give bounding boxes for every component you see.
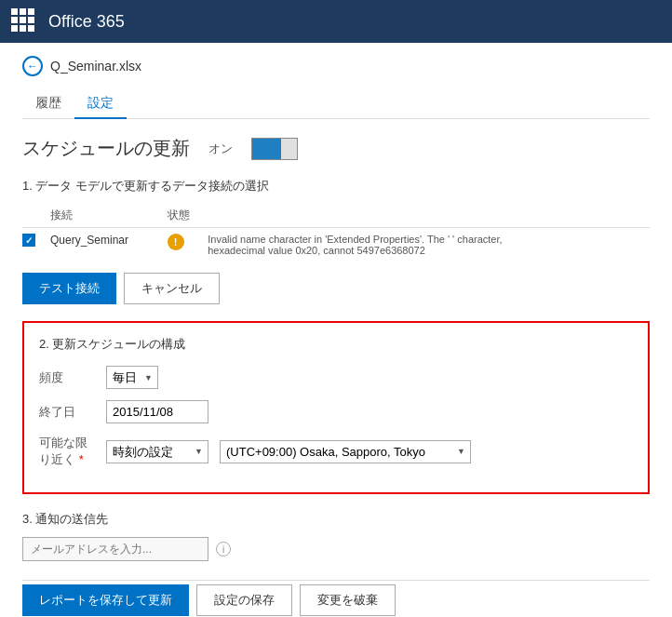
col-error (208, 204, 650, 228)
warning-icon: ! (168, 234, 184, 250)
end-date-label: 終了日 (39, 404, 95, 421)
step3-label: 3. 通知の送信先 (22, 511, 650, 528)
tab-history[interactable]: 履歴 (22, 89, 74, 119)
row-connection-name: Query_Seminar (50, 228, 168, 262)
step1-label: 1. データ モデルで更新するデータ接続の選択 (22, 178, 650, 194)
info-icon[interactable]: i (216, 542, 231, 557)
tabs-nav: 履歴 設定 (22, 89, 650, 119)
breadcrumb: ← Q_Seminar.xlsx (22, 56, 650, 76)
time-row: 可能な限り近く * 時刻の設定 (UTC+09:00) Osaka, Sappo… (39, 435, 633, 468)
row-status-cell: ! (168, 228, 208, 262)
step1-container: 1. データ モデルで更新するデータ接続の選択 接続 状態 Query_Semi… (22, 178, 650, 304)
col-check (22, 204, 50, 228)
time-label: 可能な限り近く * (39, 435, 95, 468)
checkbox-query-seminar[interactable] (22, 234, 35, 247)
discard-button[interactable]: 変更を破棄 (300, 584, 396, 616)
toggle-label: オン (208, 141, 233, 157)
frequency-select-wrapper[interactable]: 毎日 毎週 毎月 (106, 366, 158, 389)
col-connection: 接続 (50, 204, 168, 228)
file-name: Q_Seminar.xlsx (50, 59, 141, 74)
step2-container: 2. 更新スケジュールの構成 頻度 毎日 毎週 毎月 終了日 2015/11/0… (22, 321, 650, 494)
step2-label: 2. 更新スケジュールの構成 (39, 336, 633, 353)
tab-settings[interactable]: 設定 (74, 89, 127, 119)
time-select[interactable]: 時刻の設定 (106, 440, 208, 463)
main-content: ← Q_Seminar.xlsx 履歴 設定 スケジュールの更新 オン 1. デ… (0, 43, 672, 617)
footer-buttons: レポートを保存して更新 設定の保存 変更を破棄 (22, 580, 650, 616)
back-button[interactable]: ← (22, 56, 43, 76)
end-date-input[interactable]: 2015/11/08 (106, 400, 208, 423)
toggle-switch[interactable] (251, 138, 298, 160)
end-date-row: 終了日 2015/11/08 (39, 400, 633, 423)
row-checkbox-cell[interactable] (22, 228, 50, 262)
toggle-visual[interactable] (251, 138, 298, 160)
toggle-on-part (252, 139, 281, 159)
toggle-off-part (281, 139, 297, 159)
connection-table: 接続 状態 Query_Seminar ! Invalid name chara… (22, 204, 650, 262)
email-input[interactable] (22, 537, 208, 561)
table-row: Query_Seminar ! Invalid name character i… (22, 228, 650, 262)
step1-buttons: テスト接続 キャンセル (22, 273, 650, 304)
test-connection-button[interactable]: テスト接続 (22, 273, 116, 304)
timezone-select[interactable]: (UTC+09:00) Osaka, Sapporo, Tokyo (UTC+0… (220, 440, 471, 463)
app-launcher-icon[interactable] (11, 8, 37, 34)
time-select-wrapper[interactable]: 時刻の設定 (106, 440, 208, 463)
frequency-row: 頻度 毎日 毎週 毎月 (39, 366, 633, 389)
save-update-button[interactable]: レポートを保存して更新 (22, 584, 189, 616)
app-header: Office 365 (0, 0, 672, 43)
cancel-button[interactable]: キャンセル (124, 273, 220, 304)
notification-row: i (22, 537, 650, 561)
section-title: スケジュールの更新 (22, 136, 190, 161)
error-message: Invalid name character in 'Extended Prop… (208, 234, 524, 256)
col-status: 状態 (168, 204, 208, 228)
step3-container: 3. 通知の送信先 i (22, 511, 650, 561)
frequency-select[interactable]: 毎日 毎週 毎月 (106, 366, 158, 389)
row-error-text: Invalid name character in 'Extended Prop… (208, 228, 650, 262)
app-title: Office 365 (48, 12, 125, 32)
frequency-label: 頻度 (39, 369, 95, 386)
save-settings-button[interactable]: 設定の保存 (196, 584, 292, 616)
section-heading: スケジュールの更新 オン (22, 136, 650, 161)
required-asterisk: * (79, 452, 84, 466)
info-icon-text: i (222, 544, 224, 555)
timezone-select-wrapper[interactable]: (UTC+09:00) Osaka, Sapporo, Tokyo (UTC+0… (220, 440, 471, 463)
